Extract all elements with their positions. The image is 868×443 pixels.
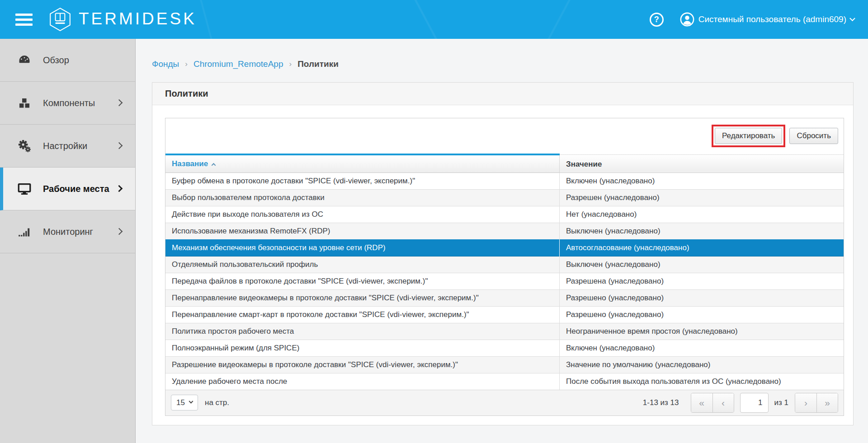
policy-value-cell: Разрешена (унаследовано) [560, 273, 844, 289]
policy-name-cell: Полноэкранный режим (для SPICE) [165, 340, 560, 356]
policy-value-cell: Автосогласование (унаследовано) [560, 239, 844, 256]
sidebar-item-label: Мониторинг [43, 227, 93, 237]
pagination-bar: 15 на стр. 1-13 из 13 « ‹ из 1 [165, 390, 844, 415]
chevron-right-icon [117, 99, 122, 107]
edit-button-highlight: Редактировать [712, 125, 785, 147]
table-row[interactable]: Перенаправление видеокамеры в протоколе … [165, 289, 844, 306]
user-name: Системный пользователь (admin609) [698, 14, 846, 24]
chevron-down-icon [849, 15, 855, 21]
policy-name-cell: Перенаправление смарт-карт в протоколе д… [165, 306, 560, 323]
column-header-value[interactable]: Значение [560, 154, 844, 173]
chevron-right-icon [117, 228, 122, 236]
of-pages-label: из 1 [774, 398, 788, 407]
policy-name-cell: Перенаправление видеокамеры в протоколе … [165, 289, 560, 306]
table-row[interactable]: Использование механизма RemoteFX (RDP)Вы… [165, 223, 844, 239]
per-page-label: на стр. [205, 398, 229, 407]
policy-value-cell: Разрешен (унаследовано) [560, 189, 844, 206]
next-page-button[interactable]: › [795, 393, 816, 412]
breadcrumb-item[interactable]: Фонды [152, 59, 179, 69]
table-row[interactable]: Политика простоя рабочего местаНеогранич… [165, 323, 844, 340]
last-page-button[interactable]: » [816, 393, 838, 412]
column-header-name[interactable]: Название [165, 154, 560, 173]
table-row[interactable]: Разрешение видеокамеры в протоколе доста… [165, 356, 844, 373]
breadcrumb-separator: › [185, 60, 188, 69]
policy-value-cell: Включен (унаследовано) [560, 173, 844, 189]
policy-name-cell: Выбор пользователем протокола доставки [165, 189, 560, 206]
policy-value-cell: Значение по умолчанию (унаследовано) [560, 356, 844, 373]
range-label: 1-13 из 13 [643, 398, 679, 407]
policies-card: Политики Редактировать Сбросить На [152, 82, 854, 425]
sidebar-item-label: Настройки [43, 141, 87, 151]
table-row[interactable]: Передача файлов в протоколе доставки "SP… [165, 273, 844, 289]
hamburger-menu-icon[interactable] [15, 11, 33, 28]
table-row[interactable]: Выбор пользователем протокола доставкиРа… [165, 189, 844, 206]
sidebar-item-label: Компоненты [43, 98, 95, 108]
policy-name-cell: Использование механизма RemoteFX (RDP) [165, 223, 560, 239]
policy-name-cell: Буфер обмена в протоколе доставки "SPICE… [165, 173, 560, 189]
topbar: TERMIDESK ? Системный пользователь (admi… [0, 0, 868, 39]
table-row[interactable]: Полноэкранный режим (для SPICE)Включен (… [165, 340, 844, 356]
policies-table-body: Буфер обмена в протоколе доставки "SPICE… [165, 173, 844, 390]
chevron-right-icon [117, 142, 122, 150]
policy-value-cell: Включен (унаследовано) [560, 340, 844, 356]
breadcrumb: Фонды›Chromium_RemoteApp›Политики [152, 59, 868, 69]
sidebar-item-components[interactable]: Компоненты [0, 82, 135, 125]
chevron-down-icon [189, 399, 193, 404]
termidesk-logo-icon [49, 7, 71, 32]
sidebar-item-workplaces[interactable]: Рабочие места [0, 168, 135, 210]
help-icon[interactable]: ? [650, 13, 664, 27]
policy-value-cell: Разрешено (унаследовано) [560, 289, 844, 306]
policies-table-panel: Редактировать Сбросить Название Значе [165, 118, 844, 416]
main-content: Фонды›Chromium_RemoteApp›Политики Полити… [136, 39, 868, 443]
breadcrumb-item: Политики [297, 59, 339, 69]
sidebar-nav: ОбзорКомпонентыНастройкиРабочие местаМон… [0, 39, 136, 443]
prev-page-button[interactable]: ‹ [712, 393, 734, 412]
table-row[interactable]: Удаление рабочего места послеПосле событ… [165, 373, 844, 390]
policy-name-cell: Механизм обеспечения безопасности на уро… [165, 239, 560, 256]
sidebar-item-label: Обзор [43, 55, 69, 65]
policies-table: Название Значение Буфер обмена в протоко… [165, 154, 844, 390]
policy-name-cell: Передача файлов в протоколе доставки "SP… [165, 273, 560, 289]
policy-name-cell: Удаление рабочего места после [165, 373, 560, 390]
table-row[interactable]: Механизм обеспечения безопасности на уро… [165, 239, 844, 256]
policy-name-cell: Отделяемый пользовательский профиль [165, 256, 560, 273]
bar-chart-icon [17, 225, 32, 238]
policy-name-cell: Действие при выходе пользователя из ОС [165, 206, 560, 223]
sidebar-item-monitoring[interactable]: Мониторинг [0, 210, 135, 253]
page-size-select[interactable]: 15 [171, 395, 198, 410]
policy-name-cell: Разрешение видеокамеры в протоколе доста… [165, 356, 560, 373]
policy-value-cell: Выключен (унаследовано) [560, 256, 844, 273]
user-menu[interactable]: Системный пользователь (admin609) [680, 12, 854, 27]
sidebar-item-overview[interactable]: Обзор [0, 39, 135, 82]
gears-icon [17, 140, 32, 153]
table-toolbar: Редактировать Сбросить [165, 118, 844, 154]
reset-button[interactable]: Сбросить [789, 128, 838, 144]
table-row[interactable]: Действие при выходе пользователя из ОСНе… [165, 206, 844, 223]
first-page-button[interactable]: « [691, 393, 712, 412]
page-number-input[interactable] [740, 393, 769, 413]
sidebar-item-label: Рабочие места [43, 184, 109, 194]
table-row[interactable]: Отделяемый пользовательский профильВыклю… [165, 256, 844, 273]
policy-name-cell: Политика простоя рабочего места [165, 323, 560, 340]
page-title: Политики [152, 83, 853, 105]
breadcrumb-separator: › [289, 60, 292, 69]
cubes-icon [17, 97, 32, 109]
breadcrumb-item[interactable]: Chromium_RemoteApp [193, 59, 283, 69]
brand-title: TERMIDESK [79, 9, 197, 28]
policy-value-cell: Неограниченное время простоя (унаследова… [560, 323, 844, 340]
user-avatar-icon [680, 12, 694, 27]
sidebar-item-settings[interactable]: Настройки [0, 125, 135, 168]
table-row[interactable]: Буфер обмена в протоколе доставки "SPICE… [165, 173, 844, 189]
policy-value-cell: После события выхода пользователя из ОС … [560, 373, 844, 390]
table-row[interactable]: Перенаправление смарт-карт в протоколе д… [165, 306, 844, 323]
policy-value-cell: Выключен (унаследовано) [560, 223, 844, 239]
desktop-icon [17, 182, 32, 196]
policy-value-cell: Разрешено (унаследовано) [560, 306, 844, 323]
edit-button[interactable]: Редактировать [715, 128, 782, 144]
chevron-right-icon [117, 185, 122, 193]
dashboard-icon [17, 54, 32, 66]
policy-value-cell: Нет (унаследовано) [560, 206, 844, 223]
sort-asc-icon [212, 163, 216, 168]
